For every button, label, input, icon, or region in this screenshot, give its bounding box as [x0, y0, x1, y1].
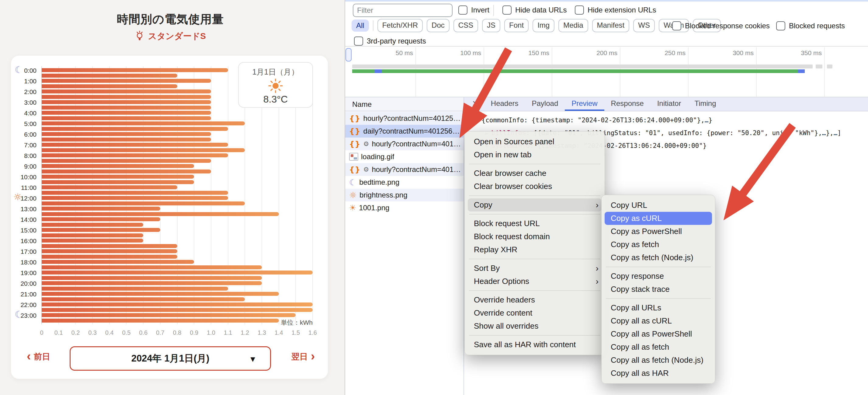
menu-separator: [469, 214, 600, 215]
type-filter-css[interactable]: CSS: [454, 19, 478, 32]
tab-response[interactable]: Response: [604, 97, 651, 111]
chart-gridline: [143, 66, 144, 325]
usage-bar: [42, 170, 211, 174]
page-title: 時間別の電気使用量: [0, 11, 341, 27]
tab-headers[interactable]: Headers: [484, 97, 525, 111]
menu-item-replay-xhr[interactable]: Replay XHR: [465, 243, 604, 256]
request-row[interactable]: {}⚙hourly?contractNum=4012…: [345, 138, 464, 150]
plan-row: スタンダードS: [0, 30, 341, 42]
menu-item-sort-by[interactable]: Sort By›: [465, 262, 604, 275]
submenu-chevron-icon: ›: [596, 275, 598, 288]
hide-data-urls-checkbox[interactable]: [502, 5, 512, 14]
hide-extension-urls-row[interactable]: Hide extension URLs: [575, 5, 656, 14]
usage-bar: [42, 143, 228, 147]
request-row[interactable]: {}hourly?contractNum=401256…: [345, 112, 464, 125]
blocked-cookies-row[interactable]: Blocked response cookies: [672, 21, 770, 30]
type-filter-fetchxhr[interactable]: Fetch/XHR: [377, 19, 423, 32]
type-filter-js[interactable]: JS: [482, 19, 500, 32]
hour-label: 1:00: [12, 78, 36, 85]
blocked-requests-row[interactable]: Blocked requests: [776, 21, 845, 30]
timeline-selection-handle[interactable]: [345, 48, 351, 61]
type-filter-doc[interactable]: Doc: [427, 19, 450, 32]
type-filter-img[interactable]: Img: [532, 19, 554, 32]
blocked-cookies-checkbox[interactable]: [672, 21, 681, 30]
request-row[interactable]: {}daily?contractNum=4012562…: [345, 125, 464, 138]
timeline-total-bar: [352, 64, 813, 68]
submenu-item-copy-all-as-curl[interactable]: Copy all as cURL: [601, 314, 715, 328]
x-axis-tick-label: 0.6: [135, 329, 152, 336]
menu-item-save-all-as-har-with-content[interactable]: Save all as HAR with content: [465, 338, 604, 351]
tab-preview[interactable]: Preview: [565, 97, 604, 111]
menu-item-block-request-url[interactable]: Block request URL: [465, 217, 604, 230]
submenu-item-copy-all-as-powershell[interactable]: Copy all as PowerShell: [601, 328, 715, 340]
submenu-item-copy-stack-trace[interactable]: Copy stack trace: [601, 283, 715, 296]
third-party-checkbox[interactable]: [354, 36, 363, 45]
submenu-item-copy-all-urls[interactable]: Copy all URLs: [601, 301, 715, 314]
menu-item-clear-browser-cookies[interactable]: Clear browser cookies: [465, 180, 604, 193]
x-axis-tick-label: 0: [33, 329, 50, 336]
menu-item-header-options[interactable]: Header Options›: [465, 275, 604, 288]
request-type-filters: AllFetch/XHRDocCSSJSFontImgMediaManifest…: [351, 19, 721, 32]
hide-data-urls-row[interactable]: Hide data URLs: [502, 5, 567, 14]
request-name: daily?contractNum=4012562…: [364, 127, 464, 135]
type-filter-manifest[interactable]: Manifest: [592, 19, 629, 32]
type-filter-font[interactable]: Font: [504, 19, 529, 32]
menu-item-open-in-new-tab[interactable]: Open in new tab: [465, 148, 604, 161]
menu-item-open-in-sources-panel[interactable]: Open in Sources panel: [465, 135, 604, 148]
next-day-button[interactable]: 翌日 ›: [291, 351, 315, 363]
network-filter-input[interactable]: [353, 4, 453, 17]
tab-initiator[interactable]: Initiator: [651, 97, 688, 111]
tab-timing[interactable]: Timing: [688, 97, 723, 111]
type-filter-ws[interactable]: WS: [633, 19, 655, 32]
request-name: bedtime.png: [359, 178, 399, 186]
submenu-item-copy-all-as-fetch[interactable]: Copy all as fetch: [601, 340, 715, 354]
panel-split-divider[interactable]: [464, 97, 464, 395]
usage-bar: [42, 239, 143, 243]
hour-label: 9:00: [12, 163, 36, 170]
request-name: 1001.png: [359, 204, 389, 212]
third-party-row[interactable]: 3rd-party requests: [354, 36, 426, 45]
submenu-item-copy-url[interactable]: Copy URL: [601, 199, 715, 212]
blocked-requests-checkbox[interactable]: [776, 21, 785, 30]
menu-item-override-content[interactable]: Override content: [465, 306, 604, 320]
menu-item-clear-browser-cache[interactable]: Clear browser cache: [465, 167, 604, 180]
menu-item-copy[interactable]: Copy›: [468, 199, 601, 212]
type-filter-media[interactable]: Media: [558, 19, 588, 32]
type-filter-all[interactable]: All: [351, 20, 369, 32]
submenu-item-copy-response[interactable]: Copy response: [601, 270, 715, 283]
request-row[interactable]: loading.gif: [345, 150, 464, 163]
chart-gridline: [312, 66, 313, 325]
x-axis-tick-label: 0.8: [169, 329, 186, 336]
menu-item-block-request-domain[interactable]: Block request domain: [465, 230, 604, 243]
name-column-header[interactable]: Name: [345, 97, 464, 111]
usage-bar: [42, 287, 228, 291]
tab-payload[interactable]: Payload: [525, 97, 565, 111]
ruler-tick-label: 200 ms: [596, 49, 617, 57]
timeline-dcl-marker: [375, 69, 382, 73]
date-selector[interactable]: 2024年 1月1日(月) ▼: [70, 346, 271, 371]
submenu-item-copy-as-fetch-node-js-[interactable]: Copy as fetch (Node.js): [601, 251, 715, 264]
timeline-total-dash: [827, 64, 832, 68]
menu-item-override-headers[interactable]: Override headers: [465, 293, 604, 306]
usage-bar: [42, 68, 228, 72]
expand-arrow-icon[interactable]: ▼: [475, 118, 482, 124]
request-row[interactable]: ☀1001.png: [345, 202, 464, 214]
submenu-item-copy-as-powershell[interactable]: Copy as PowerShell: [601, 225, 715, 238]
menu-item-show-all-overrides[interactable]: Show all overrides: [465, 320, 604, 333]
submenu-item-copy-as-curl[interactable]: Copy as cURL: [604, 212, 712, 225]
close-detail-button[interactable]: ✕: [464, 97, 484, 111]
request-row[interactable]: ☼brightness.png: [345, 189, 464, 202]
request-row[interactable]: {}⚙hourly?contractNum=4012…: [345, 163, 464, 176]
invert-checkbox-row[interactable]: Invert: [458, 5, 489, 14]
submenu-item-copy-as-fetch[interactable]: Copy as fetch: [601, 238, 715, 251]
request-list: {}hourly?contractNum=401256…{}daily?cont…: [345, 112, 464, 214]
request-name: brightness.png: [360, 191, 407, 199]
submenu-item-copy-all-as-fetch-node-js-[interactable]: Copy all as fetch (Node.js): [601, 354, 715, 367]
request-row[interactable]: ☾bedtime.png: [345, 176, 464, 189]
hide-extension-urls-checkbox[interactable]: [575, 5, 584, 14]
invert-checkbox[interactable]: [458, 5, 467, 14]
usage-bar: [42, 84, 177, 88]
request-name: hourly?contractNum=4012…: [372, 165, 464, 174]
prev-day-button[interactable]: ‹ 前日: [27, 351, 50, 363]
submenu-item-copy-all-as-har[interactable]: Copy all as HAR: [601, 367, 715, 380]
